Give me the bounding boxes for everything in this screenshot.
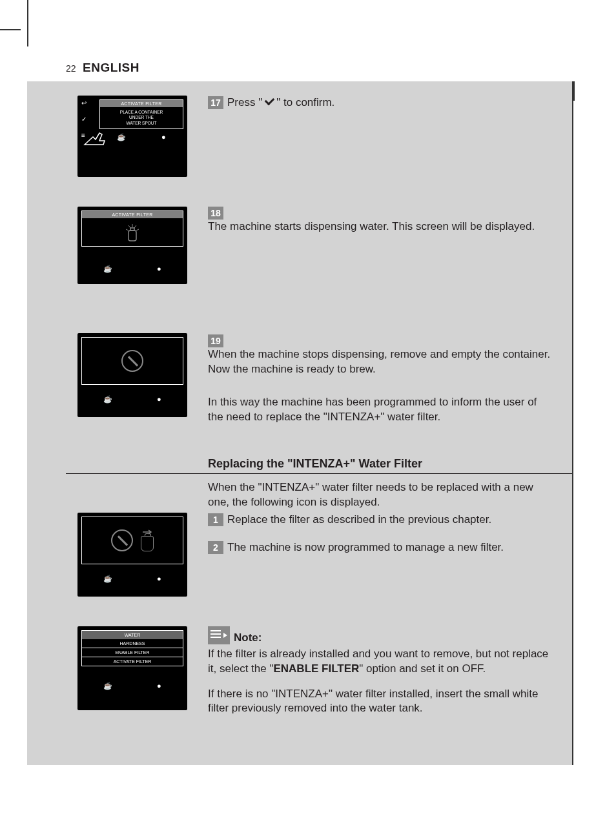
note-p1-b: " option and set it on OFF.	[359, 662, 486, 675]
step-18-text: The machine starts dispensing water. Thi…	[208, 220, 535, 234]
step-number-19: 19	[208, 334, 223, 347]
step-19-line: 19 When the machine stops dispensing, re…	[208, 333, 554, 377]
step-number-1: 1	[208, 513, 223, 526]
note-p2: If there is no "INTENZA+" water filter i…	[208, 687, 554, 717]
replace-intro-row: When the "INTENZA+" water filter needs t…	[27, 480, 573, 510]
device-buttons-19: ☕ ●	[81, 385, 183, 404]
device-buttons-menu: ☕ ●	[81, 666, 183, 690]
note-p1: If the filter is already installed and y…	[208, 647, 554, 677]
step-2-text: The machine is now programmed to manage …	[227, 540, 504, 555]
filter-arrow-group	[141, 529, 154, 551]
note-text-col: Note: If the filter is already installed…	[192, 626, 554, 717]
bean-icon: ●	[161, 133, 166, 141]
slash-circle-icon	[111, 529, 133, 551]
checkmark-icon	[263, 97, 275, 108]
menu-row-activate: ACTIVATE FILTER	[81, 657, 183, 666]
replace-intro: When the "INTENZA+" water filter needs t…	[208, 480, 554, 510]
note-header: Note:	[208, 626, 554, 644]
step-2-line: 2 The machine is now programmed to manag…	[208, 540, 554, 555]
svg-line-4	[134, 225, 136, 228]
line3: WATER SPOUT	[101, 121, 181, 126]
section-heading: Replacing the "INTENZA+" Water Filter	[66, 457, 573, 474]
step-19-row: ☕ ● 19 When the machine stops dispensing…	[27, 333, 573, 425]
step-17-pre: Press "	[227, 96, 262, 110]
line1: PLACE A CONTAINER	[101, 110, 181, 115]
menu-frame: WATER HARDNESS ENABLE FILTER ACTIVATE FI…	[81, 630, 183, 666]
svg-line-3	[128, 225, 130, 228]
svg-rect-0	[128, 230, 136, 241]
note-icon	[208, 626, 230, 644]
screen-title: ACTIVATE FILTER	[100, 100, 183, 107]
gap	[208, 677, 554, 687]
svg-line-6	[136, 229, 139, 230]
device-screen-19: ☕ ●	[77, 333, 187, 417]
crop-mark-horizontal	[0, 29, 21, 30]
illustration-19: ☕ ●	[27, 333, 192, 417]
gap	[208, 377, 554, 395]
device-screen-17: ↩ ✓ ≡ ACTIVATE FILTER PLACE A CONTAINER …	[77, 96, 187, 177]
device-buttons-replace: ☕ ●	[81, 564, 183, 583]
language-label: ENGLISH	[83, 61, 139, 74]
info-19: In this way the machine has been program…	[208, 395, 554, 425]
menu-header: WATER	[81, 630, 183, 639]
bean-icon: ●	[157, 575, 161, 583]
note-label: Note:	[234, 631, 262, 644]
replace-steps-text: 1 Replace the filter as described in the…	[192, 513, 554, 555]
line2: UNDER THE	[101, 115, 181, 120]
cup-icon: ☕	[117, 133, 126, 141]
step-number-17: 17	[208, 96, 223, 109]
spacer	[27, 294, 573, 333]
page-header: 22 ENGLISH	[27, 45, 573, 81]
step-1-text: Replace the filter as described in the p…	[227, 513, 491, 528]
cup-icon: ☕	[103, 395, 112, 404]
water-spray-icon	[82, 221, 183, 245]
step-17-line: 17 Press " " to confirm.	[208, 96, 554, 110]
illustration-18: ACTIVATE FILTER	[27, 207, 192, 284]
filter-cartridge-icon	[141, 536, 154, 551]
step-19-text: When the machine stops dispensing, remov…	[208, 347, 554, 377]
device-buttons-18: ☕ ●	[81, 247, 183, 273]
screen-body: PLACE A CONTAINER UNDER THE WATER SPOUT	[100, 107, 183, 128]
note-p1-bold: ENABLE FILTER	[273, 662, 359, 675]
ready-icon	[121, 350, 143, 372]
bean-icon: ●	[157, 265, 161, 273]
device-screen-18: ACTIVATE FILTER	[77, 207, 187, 284]
step-17-row: ↩ ✓ ≡ ACTIVATE FILTER PLACE A CONTAINER …	[27, 96, 573, 177]
step-number-18: 18	[208, 207, 223, 220]
page-number: 22	[66, 63, 76, 74]
cup-icon: ☕	[103, 682, 112, 690]
check-icon: ✓	[81, 116, 87, 123]
text-17: 17 Press " " to confirm.	[192, 96, 554, 110]
menu-row-hardness: HARDNESS	[81, 639, 183, 648]
illustration-menu: WATER HARDNESS ENABLE FILTER ACTIVATE FI…	[27, 626, 192, 710]
note-row: WATER HARDNESS ENABLE FILTER ACTIVATE FI…	[27, 626, 573, 717]
back-icon: ↩	[81, 99, 87, 107]
screen-frame-replace	[81, 517, 183, 564]
cup-icon: ☕	[103, 265, 112, 273]
spacer	[27, 607, 573, 626]
section-title: Replacing the "INTENZA+" Water Filter	[66, 457, 573, 473]
step-1-line: 1 Replace the filter as described in the…	[208, 513, 554, 528]
step-18-row: ACTIVATE FILTER	[27, 207, 573, 284]
crop-mark-inner	[572, 81, 573, 765]
hand-pointer-icon	[81, 125, 112, 149]
step-number-2: 2	[208, 541, 223, 554]
text-19: 19 When the machine stops dispensing, re…	[192, 333, 554, 425]
bean-icon: ●	[157, 682, 161, 690]
device-screen-replace: ☕ ●	[77, 513, 187, 597]
svg-line-5	[126, 229, 128, 230]
screen-frame-19	[81, 337, 183, 385]
illustration-17: ↩ ✓ ≡ ACTIVATE FILTER PLACE A CONTAINER …	[27, 96, 192, 177]
page-area: 22 ENGLISH ↩ ✓ ≡ ACTIVATE FILTER	[27, 45, 573, 765]
content-panel: ↩ ✓ ≡ ACTIVATE FILTER PLACE A CONTAINER …	[27, 81, 573, 765]
step-18-line: 18 The machine starts dispensing water. …	[208, 207, 554, 234]
screen-title-18: ACTIVATE FILTER	[82, 211, 183, 218]
step-17-post: " to confirm.	[276, 96, 334, 110]
text-18: 18 The machine starts dispensing water. …	[192, 207, 554, 234]
menu-row-enable: ENABLE FILTER	[81, 648, 183, 657]
crop-mark-right	[573, 81, 575, 101]
replace-steps-row: ☕ ● 1 Replace the filter as described in…	[27, 513, 573, 597]
bean-icon: ●	[157, 395, 161, 404]
screen-frame-18: ACTIVATE FILTER	[81, 210, 183, 247]
spacer	[27, 187, 573, 207]
